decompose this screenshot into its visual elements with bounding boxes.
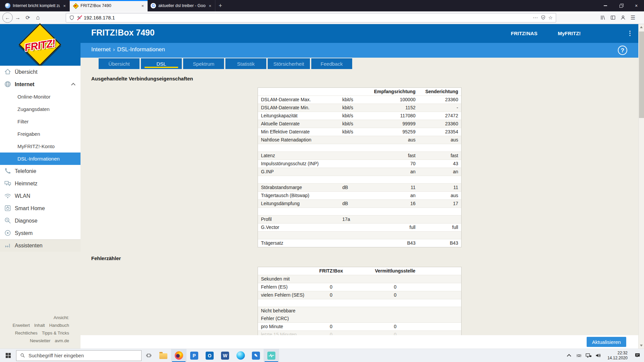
sidebar-item-assistenten[interactable]: Assistenten <box>0 239 80 252</box>
table-cell: dB <box>339 184 366 191</box>
taskbar-clock[interactable]: 22:32 14.12.2020 <box>605 351 628 361</box>
table-cell: 117080 <box>366 112 419 120</box>
sidebar-item-online-monitor[interactable]: Online-Monitor <box>0 90 80 103</box>
table-cell: kbit/s <box>339 112 366 120</box>
table-cell: Nahtlose Ratenadaption <box>258 136 339 144</box>
sidebar-item-freigaben[interactable]: Freigaben <box>0 128 80 140</box>
browser-tab-3[interactable]: G aktueller dsl treiber - Google S × <box>148 0 215 11</box>
scroll-up-icon[interactable] <box>640 26 643 28</box>
diagnose-icon <box>4 217 11 224</box>
table-cell: an <box>419 168 461 176</box>
action-center-icon[interactable] <box>631 349 644 362</box>
tab-close-icon[interactable]: × <box>208 3 212 8</box>
table-cell: Trägertausch (Bitswap) <box>258 192 339 199</box>
forward-button[interactable]: → <box>13 13 23 23</box>
tray-network-icon[interactable] <box>584 349 593 362</box>
url-bar[interactable]: ✎ 192.168.178.1 ⋯ ☆ <box>66 13 556 22</box>
restore-button[interactable] <box>613 0 629 11</box>
tray-expand-chevron-icon[interactable] <box>564 349 574 362</box>
shield-icon[interactable] <box>69 15 74 20</box>
taskbar-app-explorer[interactable] <box>156 349 171 362</box>
taskbar-app-word[interactable]: W <box>217 349 233 362</box>
footer-link-avm-de[interactable]: avm.de <box>55 338 69 343</box>
library-icon[interactable] <box>598 13 608 23</box>
taskbar-app-edge[interactable] <box>233 349 248 362</box>
account-icon[interactable] <box>618 13 628 23</box>
sidebar-item-system[interactable]: System <box>0 227 80 239</box>
page-actions-icon[interactable]: ⋯ <box>533 15 538 21</box>
kebab-menu-icon[interactable]: ⋮ <box>627 29 633 37</box>
toolbar-right-buttons: ☰ <box>598 13 638 23</box>
breadcrumb-page: DSL-Informationen <box>117 46 165 53</box>
tab-feedback[interactable]: Feedback <box>311 58 352 69</box>
footer-link-handbuch[interactable]: Handbuch <box>49 323 69 328</box>
taskbar-search-input[interactable]: Suchbegriff hier eingeben <box>16 350 142 361</box>
tab-close-icon[interactable]: × <box>62 3 66 8</box>
sidebar-item-myfritz-konto[interactable]: MyFRITZ!-Konto <box>0 140 80 153</box>
footer-link-rechtliches[interactable]: Rechtliches <box>15 330 38 336</box>
taskbar-app-firefox[interactable] <box>171 349 186 362</box>
taskbar-app-pulse[interactable] <box>264 349 279 362</box>
table-cell <box>258 176 339 183</box>
sidebar-item-filter[interactable]: Filter <box>0 115 80 128</box>
table-cell: FRITZ!Box <box>313 267 350 275</box>
tab-statistik[interactable]: Statistik <box>225 58 266 69</box>
windows-logo-icon <box>5 353 11 358</box>
sidebar-item-diagnose[interactable]: Diagnose <box>0 215 80 227</box>
footer-link-inhalt[interactable]: Inhalt <box>34 323 45 328</box>
blocked-pen-icon[interactable]: ✎ <box>77 15 81 20</box>
sidebar-item-telefonie[interactable]: Telefonie <box>0 165 80 177</box>
table-cell: full <box>419 224 461 231</box>
sidebar-item-ubersicht[interactable]: Übersicht <box>0 66 80 78</box>
browser-tab-1[interactable]: Internet bricht komplett zusam × <box>2 0 70 11</box>
taskbar-app-p[interactable]: P <box>186 349 202 362</box>
bookmark-star-icon[interactable]: ☆ <box>548 15 553 21</box>
tray-capture-icon[interactable] <box>574 349 584 362</box>
scroll-down-icon[interactable] <box>640 345 643 347</box>
reload-button[interactable]: ⟳ <box>23 13 33 23</box>
help-icon[interactable]: ? <box>618 46 627 55</box>
tray-volume-icon[interactable] <box>593 349 603 362</box>
start-button[interactable] <box>0 349 16 362</box>
table-cell: Aktuelle Datenrate <box>258 120 339 128</box>
taskbar-app-edit[interactable]: ✎ <box>248 349 264 362</box>
footer-link-tipps-tricks[interactable]: Tipps & Tricks <box>42 330 69 336</box>
tab-close-icon[interactable]: × <box>141 3 145 8</box>
minimize-icon <box>604 5 607 6</box>
tab-spektrum[interactable]: Spektrum <box>183 58 224 69</box>
close-button[interactable]: × <box>629 0 644 11</box>
sidebar-item-wlan[interactable]: WLAN <box>0 190 80 202</box>
table-row: DSLAM-Datenrate Max.kbit/s10000023360 <box>258 96 461 104</box>
protections-shield-icon[interactable] <box>541 15 546 20</box>
sidebar-item-smart-home[interactable]: Smart Home <box>0 202 80 215</box>
breadcrumb-section[interactable]: Internet <box>91 46 111 53</box>
browser-tab-2-active[interactable]: FRITZ!Box 7490 × <box>70 0 148 11</box>
sidebar-item-zugangsdaten[interactable]: Zugangsdaten <box>0 103 80 115</box>
minimize-button[interactable] <box>598 0 613 11</box>
menu-hamburger-icon[interactable]: ☰ <box>628 13 638 23</box>
tab-storsicherheit[interactable]: Störsicherheit <box>268 58 310 69</box>
tab-dsl[interactable]: DSL <box>141 58 182 69</box>
sidebar-item-heimnetz[interactable]: Heimnetz <box>0 177 80 190</box>
footer-link-newsletter[interactable]: Newsletter <box>30 338 50 343</box>
table-cell <box>258 88 339 96</box>
myfritz-link[interactable]: MyFRITZ! <box>558 31 581 36</box>
refresh-button[interactable]: Aktualisieren <box>587 337 626 347</box>
table-cell: 17 <box>419 200 461 207</box>
fritznas-link[interactable]: FRITZ!NAS <box>511 31 537 36</box>
task-view-button[interactable] <box>142 349 156 362</box>
scrollbar-thumb[interactable] <box>639 32 644 118</box>
sidebar-toggle-icon[interactable] <box>608 13 618 23</box>
taskbar-app-outlook[interactable]: O <box>202 349 217 362</box>
sidebar-item-internet[interactable]: Internet <box>0 78 80 90</box>
back-button[interactable]: ← <box>2 12 13 23</box>
sidebar-item-label: Diagnose <box>15 218 38 224</box>
table-cell <box>339 192 366 199</box>
table-cell <box>366 176 419 183</box>
new-tab-button[interactable]: + <box>215 0 225 11</box>
home-button[interactable]: ⌂ <box>33 13 43 23</box>
table-row: LeitungsdämpfungdB1617 <box>258 200 461 208</box>
sidebar-item-dsl-informationen[interactable]: DSL-Informationen <box>0 153 80 165</box>
page-scrollbar[interactable] <box>638 24 644 349</box>
tab-ubersicht[interactable]: Übersicht <box>99 58 140 69</box>
